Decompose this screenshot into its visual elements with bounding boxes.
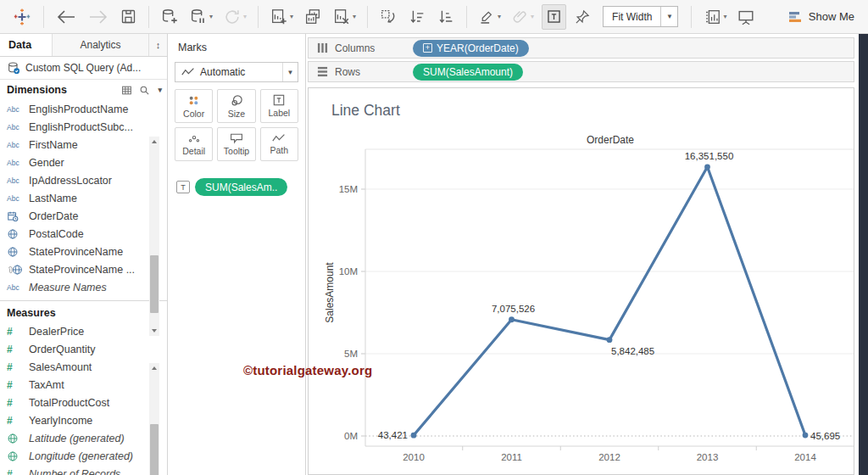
- chevron-down-icon[interactable]: ▾: [290, 13, 293, 20]
- x-tick-label: 2010: [403, 452, 425, 462]
- measure-field-totalproductcost[interactable]: # TotalProductCost: [0, 394, 167, 411]
- scroll-up-icon[interactable]: [149, 363, 159, 373]
- columns-label: Columns: [335, 42, 387, 54]
- dimension-field-lastname[interactable]: Abc LastName: [0, 189, 167, 207]
- worksheet-view[interactable]: Line Chart OrderDate 0M5M10M15MSalesAmou…: [308, 87, 854, 475]
- label-button[interactable]: Label: [260, 89, 298, 123]
- new-worksheet-button[interactable]: ▾: [267, 4, 296, 30]
- measures-scrollbar[interactable]: [149, 363, 159, 475]
- window-right-scroll-strip[interactable]: [859, 34, 868, 475]
- y-tick-label: 10M: [339, 266, 358, 277]
- sort-descending-button[interactable]: [434, 4, 458, 30]
- duplicate-sheet-button[interactable]: [301, 4, 325, 30]
- measure-field-salesamount[interactable]: # SalesAmount: [0, 358, 167, 376]
- tableau-logo-icon[interactable]: [9, 4, 35, 30]
- scrollbar-thumb[interactable]: [150, 424, 159, 475]
- undo-button[interactable]: [53, 4, 80, 30]
- mark-type-dropdown[interactable]: Automatic ▼: [175, 62, 298, 82]
- number-icon: #: [7, 379, 29, 391]
- rows-shelf[interactable]: Rows SUM(SalesAmount): [308, 61, 854, 82]
- chevron-down-icon[interactable]: ▼: [282, 63, 298, 81]
- chevron-down-icon[interactable]: ▾: [353, 13, 356, 20]
- pane-swap-icon[interactable]: ↕: [148, 34, 167, 56]
- save-button[interactable]: [117, 4, 140, 30]
- dimensions-scrollbar[interactable]: [149, 137, 159, 336]
- fix-axes-pin-button[interactable]: [571, 4, 593, 30]
- toolbar-separator: [148, 6, 149, 28]
- tab-analytics[interactable]: Analytics: [53, 34, 148, 56]
- measure-field-yearlyincome[interactable]: # YearlyIncome: [0, 411, 167, 429]
- highlight-button[interactable]: ▾: [476, 4, 504, 30]
- presentation-mode-button[interactable]: [734, 4, 758, 30]
- number-icon: #: [7, 397, 29, 409]
- fit-selector-dropdown-button[interactable]: ▼: [660, 7, 677, 26]
- scroll-up-icon[interactable]: [149, 137, 159, 147]
- dimension-field-ipaddresslocator[interactable]: Abc IpAddressLocator: [0, 171, 167, 189]
- size-button[interactable]: Size: [217, 89, 255, 123]
- new-data-source-button[interactable]: [158, 4, 181, 30]
- rows-icon: [317, 66, 328, 77]
- show-me-button[interactable]: Show Me: [788, 10, 854, 24]
- globe-green-icon: [7, 433, 29, 444]
- line-chart[interactable]: 0M5M10M15MSalesAmount2010201120122013201…: [323, 141, 854, 475]
- dimension-field-postalcode[interactable]: PostalCode: [0, 225, 167, 243]
- detail-button[interactable]: Detail: [175, 127, 213, 161]
- toolbar-separator: [258, 6, 259, 28]
- rows-pill-sum-salesamount[interactable]: SUM(SalesAmount): [413, 64, 523, 81]
- x-tick-label: 2014: [794, 452, 816, 462]
- columns-shelf[interactable]: Columns + YEAR(OrderDate): [308, 37, 854, 59]
- chevron-down-icon[interactable]: ▾: [723, 13, 726, 20]
- tooltip-button[interactable]: Tooltip: [217, 127, 255, 161]
- dimension-field-englishproductname[interactable]: Abc EnglishProductName: [0, 100, 167, 118]
- show-mark-labels-toggle-button[interactable]: ▾: [700, 4, 729, 30]
- measure-field-orderquantity[interactable]: # OrderQuantity: [0, 340, 167, 358]
- run-auto-updates-button[interactable]: ▾: [220, 4, 249, 30]
- measure-field-longitude-generated-[interactable]: Longitude (generated): [0, 447, 167, 465]
- datasource-item[interactable]: Custom SQL Query (Ad...: [0, 57, 167, 80]
- data-label: 5,842,485: [611, 346, 654, 356]
- globe-icon: [7, 228, 29, 240]
- redo-button[interactable]: [85, 4, 112, 30]
- dimension-field-firstname[interactable]: Abc FirstName: [0, 136, 167, 154]
- measure-field-latitude-generated-[interactable]: Latitude (generated): [0, 429, 167, 447]
- show-mark-labels-button[interactable]: [542, 4, 566, 30]
- swap-rows-columns-button[interactable]: [376, 4, 400, 30]
- data-label: 7,075,526: [492, 304, 535, 314]
- chevron-down-icon[interactable]: ▾: [209, 13, 213, 20]
- datasource-label: Custom SQL Query (Ad...: [25, 62, 141, 74]
- path-button[interactable]: Path: [260, 127, 298, 161]
- color-icon: [187, 94, 200, 107]
- toolbar-separator: [466, 6, 467, 28]
- y-tick-label: 5M: [344, 349, 358, 359]
- number-icon: #: [7, 344, 29, 355]
- toolbar-separator: [367, 6, 368, 28]
- toolbar-separator: [691, 6, 692, 28]
- dimension-field-stateprovincename-[interactable]: StateProvinceName ...: [0, 260, 167, 278]
- marks-pill-sum-salesamount[interactable]: SUM(SalesAm..: [195, 178, 287, 196]
- color-button[interactable]: Color: [175, 89, 213, 123]
- columns-pill-year-orderdate[interactable]: + YEAR(OrderDate): [413, 40, 529, 57]
- tab-data[interactable]: Data: [0, 34, 53, 56]
- view-data-grid-icon[interactable]: [121, 85, 132, 96]
- expand-plus-icon[interactable]: +: [423, 43, 432, 53]
- sort-ascending-button[interactable]: [405, 4, 429, 30]
- chevron-down-icon[interactable]: ▾: [498, 13, 501, 20]
- dimensions-menu-caret-icon[interactable]: ▾: [158, 86, 162, 94]
- dimension-field-englishproductsubc-[interactable]: Abc EnglishProductSubc...: [0, 118, 167, 136]
- pause-auto-updates-button[interactable]: ▾: [186, 4, 215, 30]
- group-members-button[interactable]: ▾: [509, 4, 537, 30]
- scrollbar-thumb[interactable]: [150, 255, 159, 313]
- calendar-icon: [7, 210, 29, 222]
- number-icon: #: [7, 361, 29, 373]
- clear-sheet-button[interactable]: ▾: [330, 4, 359, 30]
- dimension-field-measure-names[interactable]: Abc Measure Names: [0, 278, 167, 296]
- dimension-field-orderdate[interactable]: OrderDate: [0, 207, 167, 225]
- dimension-field-stateprovincename[interactable]: StateProvinceName: [0, 243, 167, 260]
- measure-field-number-of-records[interactable]: # Number of Records: [0, 465, 167, 475]
- measure-field-dealerprice[interactable]: # DealerPrice: [0, 322, 167, 340]
- dimension-field-gender[interactable]: Abc Gender: [0, 154, 167, 171]
- fit-selector[interactable]: Fit Width ▼: [603, 6, 678, 27]
- measure-field-taxamt[interactable]: # TaxAmt: [0, 376, 167, 394]
- find-field-search-icon[interactable]: [139, 85, 150, 96]
- columns-icon: [317, 42, 328, 53]
